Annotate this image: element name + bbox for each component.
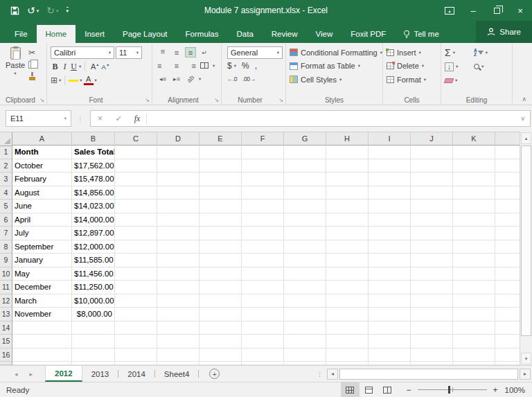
number-dialog-launcher-icon[interactable]: ↘ bbox=[278, 97, 283, 103]
cell-I11[interactable] bbox=[369, 281, 411, 294]
cell-partial-15[interactable] bbox=[495, 335, 520, 349]
cell-B3[interactable]: $15,478.00 bbox=[72, 173, 115, 186]
cell-E2[interactable] bbox=[200, 159, 242, 173]
cell-I6[interactable] bbox=[369, 213, 411, 227]
new-sheet-button[interactable]: + bbox=[209, 369, 220, 379]
vertical-scrollbar[interactable]: ▴ ▾ bbox=[520, 132, 532, 365]
cell-C7[interactable] bbox=[115, 227, 157, 240]
cell-F3[interactable] bbox=[242, 173, 284, 186]
column-header-F[interactable]: F bbox=[242, 132, 284, 145]
underline-caret-icon[interactable]: ▾ bbox=[79, 64, 81, 69]
ribbon-tab-file[interactable]: File bbox=[6, 25, 37, 43]
cell-I8[interactable] bbox=[369, 240, 411, 254]
cell-F16[interactable] bbox=[242, 349, 284, 362]
cell-K7[interactable] bbox=[453, 227, 495, 240]
insert-cells-button[interactable]: Insert ▾ bbox=[387, 46, 438, 60]
cell-K5[interactable] bbox=[453, 200, 495, 213]
delete-cells-button[interactable]: Delete ▾ bbox=[387, 60, 438, 73]
increase-font-size-button[interactable]: A▴ bbox=[89, 62, 98, 71]
row-header-15[interactable]: 15 bbox=[0, 335, 12, 349]
cut-button[interactable]: ✂ bbox=[28, 48, 38, 58]
normal-view-button[interactable] bbox=[341, 382, 360, 397]
cell-D3[interactable] bbox=[157, 173, 200, 186]
row-header-2[interactable]: 2 bbox=[0, 159, 12, 173]
cell-A11[interactable]: December bbox=[12, 281, 72, 294]
zoom-slider[interactable] bbox=[418, 389, 487, 390]
paste-button[interactable]: Paste ▾ bbox=[5, 46, 26, 81]
cell-A3[interactable]: February bbox=[12, 173, 72, 186]
cell-K6[interactable] bbox=[453, 213, 495, 227]
cell-G1[interactable] bbox=[284, 145, 326, 159]
cell-A1[interactable]: Month bbox=[12, 145, 72, 159]
cell-A6[interactable]: April bbox=[12, 213, 72, 227]
cell-I7[interactable] bbox=[369, 227, 411, 240]
increase-indent-button[interactable]: ▸≡ bbox=[171, 73, 182, 84]
cell-D7[interactable] bbox=[157, 227, 200, 240]
cell-G4[interactable] bbox=[284, 186, 326, 200]
cell-E3[interactable] bbox=[200, 173, 242, 186]
row-header-1[interactable]: 1 bbox=[0, 145, 12, 159]
increase-decimal-button[interactable]: ←.0 bbox=[227, 76, 237, 82]
cell-H14[interactable] bbox=[326, 321, 369, 335]
cell-F11[interactable] bbox=[242, 281, 284, 294]
find-select-button[interactable]: ▾ bbox=[474, 61, 488, 72]
fill-button[interactable]: ↓▾ bbox=[445, 61, 474, 72]
cell-A9[interactable]: January bbox=[12, 254, 72, 267]
cell-partial-8[interactable] bbox=[495, 240, 520, 254]
cell-F15[interactable] bbox=[242, 335, 284, 349]
cell-I3[interactable] bbox=[369, 173, 411, 186]
formula-input[interactable] bbox=[147, 111, 515, 126]
borders-button[interactable]: ⊞ bbox=[51, 76, 57, 85]
cell-K8[interactable] bbox=[453, 240, 495, 254]
italic-button[interactable]: I bbox=[61, 62, 69, 72]
format-painter-button[interactable] bbox=[28, 71, 38, 81]
cell-E6[interactable] bbox=[200, 213, 242, 227]
cell-partial-1[interactable] bbox=[495, 145, 520, 159]
cell-G13[interactable] bbox=[284, 308, 326, 321]
cell-A12[interactable]: March bbox=[12, 294, 72, 308]
column-header-C[interactable]: C bbox=[115, 132, 157, 145]
font-family-combo[interactable]: Calibri▾ bbox=[51, 46, 114, 59]
row-header-16[interactable]: 16 bbox=[0, 349, 12, 362]
format-cells-button[interactable]: Format ▾ bbox=[387, 73, 438, 87]
cell-K1[interactable] bbox=[453, 145, 495, 159]
cell-B9[interactable]: $11,585.00 bbox=[72, 254, 115, 267]
fill-color-button[interactable] bbox=[69, 79, 78, 82]
cell-I9[interactable] bbox=[369, 254, 411, 267]
collapse-ribbon-icon[interactable]: ∧ bbox=[522, 96, 526, 103]
cell-G10[interactable] bbox=[284, 267, 326, 281]
name-box-caret-icon[interactable]: ▾ bbox=[64, 116, 66, 121]
cell-J3[interactable] bbox=[411, 173, 453, 186]
alignment-dialog-launcher-icon[interactable]: ↘ bbox=[214, 97, 219, 103]
scroll-right-icon[interactable]: ▸ bbox=[520, 369, 531, 380]
font-color-caret-icon[interactable]: ▾ bbox=[95, 78, 97, 83]
horizontal-scrollbar[interactable]: ◂ ▸ bbox=[327, 369, 531, 380]
cell-C3[interactable] bbox=[115, 173, 157, 186]
cell-partial-6[interactable] bbox=[495, 213, 520, 227]
cell-A13[interactable]: November bbox=[12, 308, 72, 321]
cell-J9[interactable] bbox=[411, 254, 453, 267]
cell-partial-16[interactable] bbox=[495, 349, 520, 362]
cell-D8[interactable] bbox=[157, 240, 200, 254]
cell-H5[interactable] bbox=[326, 200, 369, 213]
cell-H12[interactable] bbox=[326, 294, 369, 308]
cell-D15[interactable] bbox=[157, 335, 200, 349]
column-header-H[interactable]: H bbox=[326, 132, 369, 145]
cell-E16[interactable] bbox=[200, 349, 242, 362]
cell-H4[interactable] bbox=[326, 186, 369, 200]
scroll-up-icon[interactable]: ▴ bbox=[521, 132, 531, 144]
row-header-7[interactable]: 7 bbox=[0, 227, 12, 240]
cell-A8[interactable]: September bbox=[12, 240, 72, 254]
cell-D9[interactable] bbox=[157, 254, 200, 267]
cell-C16[interactable] bbox=[115, 349, 157, 362]
sort-filter-button[interactable]: AZ ▾ bbox=[474, 47, 488, 58]
cell-J6[interactable] bbox=[411, 213, 453, 227]
cell-C9[interactable] bbox=[115, 254, 157, 267]
cell-A10[interactable]: May bbox=[12, 267, 72, 281]
page-layout-view-button[interactable] bbox=[360, 382, 378, 397]
conditional-formatting-button[interactable]: Conditional Formatting ▾ bbox=[290, 46, 380, 60]
cell-A4[interactable]: August bbox=[12, 186, 72, 200]
cell-H11[interactable] bbox=[326, 281, 369, 294]
scroll-left-icon[interactable]: ◂ bbox=[327, 369, 338, 380]
cell-H2[interactable] bbox=[326, 159, 369, 173]
